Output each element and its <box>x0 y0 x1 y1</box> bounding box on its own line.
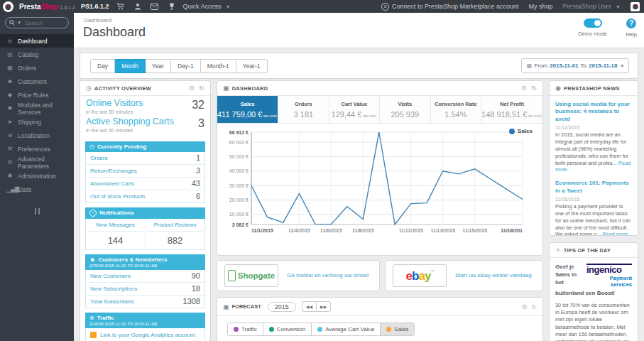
shop-name[interactable]: PS1.6.1.2 <box>81 3 109 10</box>
help-icon[interactable]: ? <box>626 18 636 28</box>
kpi-sales[interactable]: Sales411 759,00 € tax excl. <box>217 96 278 123</box>
forecast-panel: ▣FORECAST 2015 ◀◀ ▶▶ ⚙↻ TrafficConversio… <box>217 297 543 341</box>
sidebar-item-shipping[interactable]: ➤Shipping <box>0 115 74 129</box>
period-button-year[interactable]: Year <box>146 59 171 73</box>
stat-row-orders[interactable]: Orders1 <box>86 152 204 164</box>
sidebar-item-label: Localization <box>18 132 50 139</box>
sidebar-item-preferences[interactable]: ⚒Preferences <box>0 142 74 156</box>
forecast-legend-sales[interactable]: Sales <box>380 323 414 335</box>
stat-row-new-subscriptions[interactable]: New Subscriptions18 <box>86 282 204 295</box>
date-to-label: To <box>581 63 586 69</box>
ingenico-logo[interactable]: ingenico Payment services <box>586 264 632 288</box>
previous-year-button[interactable]: ◀◀ <box>302 301 316 312</box>
kpi-conversion-rate[interactable]: Conversion Rate1.54% <box>431 96 481 123</box>
sidebar-item-stats[interactable]: ▁▄▇Stats <box>0 183 74 196</box>
kpi-label: Orders <box>295 101 312 107</box>
sidebar-item-orders[interactable]: ▦Orders <box>0 61 74 75</box>
search-input[interactable] <box>23 19 65 27</box>
user-avatar[interactable] <box>631 2 640 11</box>
sidebar-item-label: Modules and Services <box>18 102 67 116</box>
active-carts-sub: in the last 30 minutes <box>86 128 174 133</box>
forecast-legend-average-cart-value[interactable]: Average Cart Value <box>311 323 380 335</box>
sidebar-item-price-rules[interactable]: ◆Price Rules <box>0 88 74 102</box>
demo-mode-label: Demo mode <box>578 31 607 37</box>
new-messages-link[interactable]: New Messages <box>87 222 143 232</box>
refresh-icon[interactable]: ↻ <box>531 303 537 310</box>
product-reviews-link[interactable]: Product Reviews <box>147 222 203 232</box>
period-button-month-1[interactable]: Month-1 <box>201 59 236 73</box>
article-title-link[interactable]: Ecommerce 101: Payments in a Tweet <box>555 180 632 195</box>
sidebar-item-catalog[interactable]: ▤Catalog <box>0 48 74 61</box>
stat-row-abandoned-carts[interactable]: Abandoned Carts43 <box>86 177 204 190</box>
marketplace-connect-link[interactable]: SConnect to PrestaShop Marketplace accou… <box>381 3 519 11</box>
sidebar-item-advanced-parameters[interactable]: ⚙Advanced Parameters <box>0 156 74 169</box>
prestashop-news-panel: ◉ PRESTASHOP NEWS Using social media for… <box>549 80 638 236</box>
sidebar-item-dashboard[interactable]: ⌂Dashboard <box>0 34 74 48</box>
date-range-picker[interactable]: ▦ From 2015-11-01 To 2015-11-18 ▾ <box>521 58 629 73</box>
sidebar-collapse-toggle[interactable] <box>0 205 74 217</box>
stat-row-out-of-stock-products[interactable]: Out of Stock Products6 <box>86 190 204 202</box>
sidebar-item-label: Shipping <box>18 119 41 126</box>
stat-row-return-exchanges[interactable]: Return/Exchanges3 <box>86 164 204 177</box>
notifications-section-header: !Notifications <box>85 207 205 219</box>
period-button-day[interactable]: Day <box>90 59 115 73</box>
stat-row-new-customers[interactable]: New Customers90 <box>86 270 204 282</box>
prestashop-logo-icon[interactable] <box>3 1 13 12</box>
kpi-visits[interactable]: Visits205 939 <box>380 96 430 123</box>
google-analytics-link[interactable]: Link to your Google Analytics account <box>100 332 195 338</box>
forecast-legend: TrafficConversionAverage Cart ValueSales <box>227 323 415 336</box>
administration-icon: ✱ <box>6 173 13 179</box>
gear-icon[interactable]: ⚙ <box>189 85 195 92</box>
content-area: DayMonthYearDay-1Month-1Year-1 ▦ From 20… <box>74 48 644 341</box>
read-more-link[interactable]: Read more <box>602 231 628 236</box>
cart-icon[interactable] <box>115 2 126 11</box>
search-scope-caret[interactable]: ▼ <box>17 21 21 25</box>
my-shop-link[interactable]: My shop <box>529 3 553 10</box>
sidebar-item-localization[interactable]: ⊕Localization <box>0 129 74 142</box>
gear-icon[interactable]: ⚙ <box>521 303 527 310</box>
next-year-button[interactable]: ▶▶ <box>316 301 331 312</box>
period-button-day-1[interactable]: Day-1 <box>171 59 201 73</box>
refresh-icon[interactable]: ↻ <box>199 85 204 92</box>
sidebar-item-label: Customers <box>18 78 47 85</box>
refresh-icon[interactable]: ↻ <box>531 85 537 92</box>
brand-name[interactable]: PrestaShop1.6.1.2 <box>19 3 75 11</box>
kpi-cart-value[interactable]: Cart Value129,44 € tax excl. <box>329 96 380 123</box>
stat-row-total-subscribers[interactable]: Total Subscribers1308 <box>86 295 204 308</box>
article-excerpt: In 2015, social media are an integral pa… <box>555 131 632 173</box>
gear-icon[interactable]: ⚙ <box>521 85 527 92</box>
user-menu[interactable]: PrestaShop User▼ <box>563 3 621 10</box>
forecast-legend-traffic[interactable]: Traffic <box>228 323 263 335</box>
sidebar-search[interactable]: ▼ <box>5 17 69 28</box>
marketplace-icon: S <box>381 3 389 11</box>
demo-mode-toggle[interactable] <box>584 18 602 28</box>
trophy-icon[interactable] <box>166 2 178 11</box>
period-button-month[interactable]: Month <box>115 59 146 73</box>
active-carts-link[interactable]: Active Shopping Carts <box>86 117 174 127</box>
period-button-year-1[interactable]: Year-1 <box>236 59 268 73</box>
sidebar-item-customers[interactable]: ☻Customers <box>0 75 74 88</box>
online-visitors-link[interactable]: Online Visitors <box>86 99 143 109</box>
tips-of-the-day-panel: ✧ TIPS OF THE DAY ingenico Payment servi… <box>549 242 638 341</box>
ebay-link[interactable]: Start uw eBay-winkel vandaag <box>455 272 532 279</box>
google-analytics-icon <box>90 332 97 338</box>
localization-icon: ⊕ <box>6 132 13 139</box>
shopgate-link[interactable]: Ga mobiel en verhoog uw omzet <box>287 272 369 279</box>
shopgate-logo[interactable]: Shopgate <box>224 264 278 287</box>
stat-value: 3 <box>196 166 200 175</box>
article-title-link[interactable]: Using social media for your business: 4 … <box>555 101 632 123</box>
forecast-legend-conversion[interactable]: Conversion <box>263 323 311 335</box>
tips-title: TIPS OF THE DAY <box>564 247 611 254</box>
kpi-net-profit[interactable]: Net Profit148 918,51 € tax excl. <box>481 96 542 123</box>
chevron-down-icon: ▾ <box>621 63 623 69</box>
stat-value: 43 <box>192 179 200 188</box>
customers-topbar-icon[interactable] <box>132 2 143 11</box>
sidebar-item-modules-and-services[interactable]: ✚Modules and Services <box>0 102 74 115</box>
kpi-orders[interactable]: Orders3 181 <box>278 96 329 123</box>
kpi-suffix: tax excl. <box>361 114 377 118</box>
quick-access-menu[interactable]: Quick Access▼ <box>183 3 231 10</box>
legend-dot-icon <box>509 129 515 134</box>
ebay-logo[interactable]: ebay™ <box>393 264 447 287</box>
messages-icon[interactable] <box>149 2 160 11</box>
sidebar-item-administration[interactable]: ✱Administration <box>0 169 74 183</box>
